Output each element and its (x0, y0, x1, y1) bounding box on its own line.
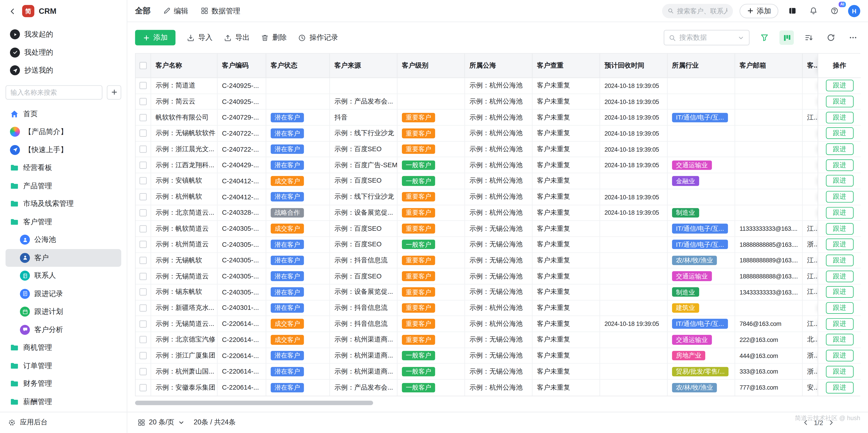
notifications-button[interactable] (806, 4, 820, 18)
row-checkbox[interactable] (140, 114, 147, 121)
cell-industry: 农/林/牧/渔业 (668, 253, 735, 269)
sidebar-item-finance-mgmt[interactable]: 财务管理 (5, 375, 121, 393)
operation-log-button[interactable]: 操作记录 (298, 33, 338, 42)
view-toggle-button[interactable] (779, 31, 794, 45)
row-checkbox[interactable] (140, 209, 147, 216)
follow-up-button[interactable]: 跟进 (826, 96, 853, 107)
next-page-button[interactable] (828, 419, 835, 427)
avatar[interactable]: H (848, 5, 860, 17)
follow-up-button[interactable]: 跟进 (826, 366, 853, 377)
row-checkbox[interactable] (140, 368, 147, 375)
row-checkbox[interactable] (140, 336, 147, 343)
follow-up-button[interactable]: 跟进 (826, 127, 853, 139)
row-checkbox[interactable] (140, 241, 147, 248)
sidebar-item-opportunity-mgmt[interactable]: 商机管理 (5, 339, 121, 357)
row-checkbox[interactable] (140, 352, 147, 359)
row-checkbox[interactable] (140, 304, 147, 312)
follow-up-button[interactable]: 跟进 (826, 175, 853, 187)
sidebar-item-order-mgmt[interactable]: 订单管理 (5, 357, 121, 375)
cell-industry: 交通运输业 (668, 157, 735, 173)
row-checkbox[interactable] (140, 146, 147, 153)
help-button[interactable]: AI (827, 4, 842, 18)
sidebar-item-product-mgmt[interactable]: 产品管理 (5, 177, 121, 195)
row-checkbox[interactable] (140, 273, 147, 280)
global-search[interactable] (662, 4, 733, 18)
row-checkbox[interactable] (140, 384, 147, 391)
sidebar-search-input[interactable] (5, 85, 102, 99)
follow-up-button[interactable]: 跟进 (826, 382, 853, 394)
row-checkbox[interactable] (140, 225, 147, 232)
select-all-checkbox[interactable] (140, 62, 147, 69)
sort-button[interactable] (802, 31, 816, 45)
follow-up-button[interactable]: 跟进 (826, 254, 853, 266)
sidebar-item-customer-mgmt[interactable]: 客户管理 (5, 213, 121, 231)
sidebar-item-initiated[interactable]: 我发起的 (5, 26, 121, 43)
horizontal-scrollbar-thumb[interactable] (135, 400, 373, 405)
cell-customer-code: C-220614-... (217, 380, 266, 396)
tab-data-management[interactable]: 数据管理 (200, 6, 240, 16)
row-checkbox[interactable] (140, 193, 147, 200)
add-button[interactable]: 添加 (135, 30, 176, 45)
sidebar-item-home[interactable]: 首页 (5, 105, 121, 123)
cell-actions: 跟进 (817, 316, 861, 332)
filter-button[interactable] (757, 31, 772, 45)
folder-icon (10, 379, 19, 388)
sidebar-item-customer[interactable]: 客户 (5, 249, 121, 267)
sidebar-add-button[interactable] (107, 85, 121, 99)
sidebar-item-follow-records[interactable]: 跟进记录 (5, 285, 121, 303)
page-size-select[interactable]: 20 条/页 (137, 418, 185, 428)
sidebar-footer-app-admin[interactable]: 应用后台 (0, 412, 127, 433)
sidebar-item-quickstart[interactable]: 【快速上手】 (5, 141, 121, 159)
delete-button[interactable]: 删除 (260, 33, 287, 42)
row-checkbox[interactable] (140, 98, 147, 105)
follow-up-button[interactable]: 跟进 (826, 334, 853, 345)
tab-edit[interactable]: 编辑 (163, 6, 188, 16)
row-checkbox[interactable] (140, 288, 147, 296)
sidebar-item-follow-plans[interactable]: 跟进计划 (5, 303, 121, 321)
row-checkbox-cell (135, 348, 151, 364)
sidebar-item-contacts[interactable]: 联系人 (5, 267, 121, 285)
row-checkbox[interactable] (140, 130, 147, 137)
follow-up-button[interactable]: 跟进 (826, 191, 853, 203)
cell-customer-status: 战略合作 (266, 205, 330, 221)
follow-up-button[interactable]: 跟进 (826, 223, 853, 234)
sidebar-item-cc[interactable]: 抄送我的 (5, 61, 121, 80)
follow-up-button[interactable]: 跟进 (826, 318, 853, 330)
back-button[interactable] (6, 5, 18, 17)
export-button[interactable]: 导出 (223, 33, 250, 42)
tab-all[interactable]: 全部 (135, 6, 151, 16)
prev-page-button[interactable] (802, 419, 809, 427)
follow-up-button[interactable]: 跟进 (826, 144, 853, 155)
panel-toggle-button[interactable] (785, 4, 800, 18)
row-checkbox[interactable] (140, 177, 147, 185)
follow-up-button[interactable]: 跟进 (826, 159, 853, 171)
follow-up-button[interactable]: 跟进 (826, 239, 853, 250)
more-button[interactable] (846, 31, 860, 45)
follow-up-button[interactable]: 跟进 (826, 80, 853, 91)
row-checkbox[interactable] (140, 257, 147, 264)
row-checkbox[interactable] (140, 320, 147, 328)
follow-up-button[interactable]: 跟进 (826, 271, 853, 282)
follow-up-button[interactable]: 跟进 (826, 286, 853, 298)
follow-up-button[interactable]: 跟进 (826, 302, 853, 314)
follow-up-button[interactable]: 跟进 (826, 207, 853, 219)
sidebar-item-market-leads[interactable]: 市场及线索管理 (5, 195, 121, 213)
follow-up-button[interactable]: 跟进 (826, 112, 853, 123)
follow-up-button[interactable]: 跟进 (826, 350, 853, 361)
sidebar-item-salary-mgmt[interactable]: 薪酬管理 (5, 393, 121, 411)
topbar-add-button[interactable]: 添加 (740, 4, 778, 18)
data-search-select[interactable]: 搜索数据 (664, 30, 749, 45)
refresh-button[interactable] (824, 31, 838, 45)
grid-icon (200, 6, 209, 15)
plus-icon (747, 7, 754, 14)
cell-dedup: 客户未重复 (532, 94, 600, 110)
sidebar-item-product-intro[interactable]: 【产品简介】 (5, 123, 121, 141)
sidebar-item-customer-analysis[interactable]: 客户分析 (5, 321, 121, 339)
sidebar-item-public-pool[interactable]: 公海池 (5, 231, 121, 249)
row-checkbox[interactable] (140, 82, 147, 89)
row-checkbox[interactable] (140, 162, 147, 169)
import-button[interactable]: 导入 (186, 33, 213, 42)
global-search-input[interactable] (677, 7, 727, 15)
sidebar-item-processed[interactable]: 我处理的 (5, 43, 121, 61)
sidebar-item-dashboard[interactable]: 经营看板 (5, 159, 121, 177)
